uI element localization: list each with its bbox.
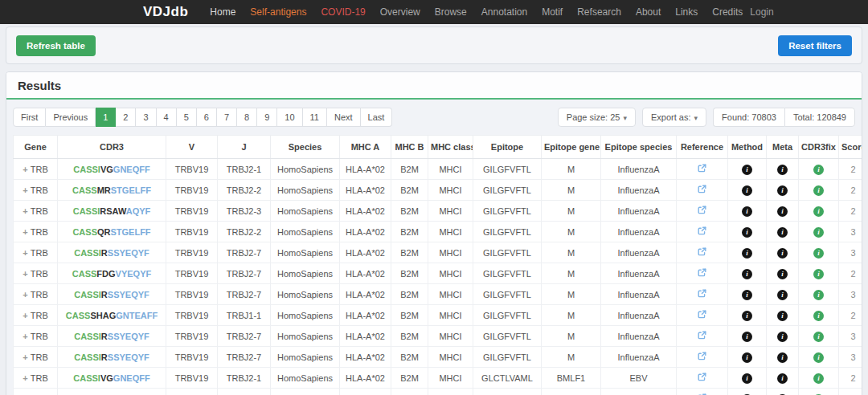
expand-row-icon[interactable]: + [23,206,27,216]
nav-item-home[interactable]: Home [203,0,243,24]
nav-item-about[interactable]: About [628,0,668,24]
table-row: +TRB CASSIRSSYEQYF TRBV19 TRBJ2-7 HomoSa… [14,326,863,347]
expand-row-icon[interactable]: + [23,248,27,258]
chevron-down-icon: ▾ [623,114,627,122]
page-button-2[interactable]: 2 [116,108,136,127]
cdr3fix-info-icon[interactable]: i [813,290,824,300]
page-button-5[interactable]: 5 [177,108,197,127]
cdr3fix-info-icon[interactable]: i [813,165,824,175]
cdr3fix-info-icon[interactable]: i [813,352,824,363]
cdr3fix-info-icon[interactable]: i [813,269,824,279]
refresh-table-button[interactable]: Refresh table [16,35,96,56]
expand-row-icon[interactable]: + [23,185,27,195]
mhc-a-cell: HLA-A*02 [340,326,391,347]
score-cell: 3 [839,242,863,263]
expand-row-icon[interactable]: + [23,373,27,383]
expand-row-icon[interactable]: + [23,165,27,174]
meta-info-icon[interactable]: i [777,290,788,300]
nav-item-browse[interactable]: Browse [428,0,474,24]
page-button-11[interactable]: 11 [303,108,327,127]
cdr3fix-info-icon[interactable]: i [813,185,824,196]
cdr3fix-info-icon[interactable]: i [813,373,824,384]
cdr3fix-info-icon[interactable]: i [813,248,824,259]
meta-info-icon[interactable]: i [777,269,788,279]
page-size-dropdown[interactable]: Page size: 25▾ [558,108,636,127]
meta-info-icon[interactable]: i [777,185,788,196]
cdr3fix-info-icon[interactable]: i [813,311,824,321]
external-link-icon[interactable] [697,372,707,384]
reset-filters-button[interactable]: Reset filters [778,35,852,56]
meta-info-icon[interactable]: i [777,311,788,321]
method-cell: i [728,263,767,284]
external-link-icon[interactable] [697,246,707,259]
method-info-icon[interactable]: i [742,165,752,175]
method-info-icon[interactable]: i [742,290,752,300]
page-button-first[interactable]: First [13,108,46,127]
page-button-9[interactable]: 9 [257,108,277,127]
external-link-icon[interactable] [697,330,707,342]
cdr3fix-info-icon[interactable]: i [813,206,824,217]
page-button-last[interactable]: Last [361,108,393,127]
meta-info-icon[interactable]: i [777,373,788,384]
page-button-7[interactable]: 7 [217,108,237,127]
external-link-icon[interactable] [697,205,707,217]
meta-cell: i [767,326,799,347]
method-info-icon[interactable]: i [742,332,752,342]
cdr3fix-info-icon[interactable]: i [813,332,824,342]
page-button-next[interactable]: Next [327,108,361,127]
page-button-4[interactable]: 4 [157,108,177,127]
meta-info-icon[interactable]: i [777,352,788,363]
export-dropdown[interactable]: Export as:▾ [642,108,706,127]
nav-item-refsearch[interactable]: Refsearch [570,0,628,24]
method-cell: i [728,305,767,326]
method-cell: i [728,347,767,368]
meta-info-icon[interactable]: i [777,165,788,175]
meta-info-icon[interactable]: i [777,206,788,217]
table-row: +TRB CASSIRSSYEQYF TRBV19 TRBJ2-7 HomoSa… [14,242,863,263]
external-link-icon[interactable] [697,309,707,321]
expand-row-icon[interactable]: + [23,332,27,341]
page-button-3[interactable]: 3 [136,108,156,127]
nav-item-credits[interactable]: Credits [705,0,750,24]
expand-row-icon[interactable]: + [23,311,27,320]
method-info-icon[interactable]: i [742,185,752,196]
external-link-icon[interactable] [697,267,707,279]
page-button-1[interactable]: 1 [96,108,116,127]
page-button-8[interactable]: 8 [237,108,257,127]
method-info-icon[interactable]: i [742,227,752,238]
page-button-6[interactable]: 6 [197,108,217,127]
meta-info-icon[interactable]: i [777,227,788,238]
gene-label: TRB [31,248,48,258]
nav-item-covid-19[interactable]: COVID-19 [313,0,372,24]
external-link-icon[interactable] [697,288,707,300]
external-link-icon[interactable] [697,351,707,363]
expand-row-icon[interactable]: + [23,269,27,279]
epitope-gene-cell: M [542,201,601,222]
method-info-icon[interactable]: i [742,352,752,363]
nav-item-motif[interactable]: Motif [534,0,570,24]
mhc-b-cell: B2M [391,201,428,222]
nav-item-annotation[interactable]: Annotation [474,0,534,24]
method-info-icon[interactable]: i [742,206,752,217]
external-link-icon[interactable] [697,163,707,175]
nav-item-overview[interactable]: Overview [373,0,428,24]
nav-item-links[interactable]: Links [668,0,705,24]
page-button-10[interactable]: 10 [277,108,302,127]
brand-logo[interactable]: VDJdb [143,4,188,20]
method-info-icon[interactable]: i [742,269,752,279]
nav-item-self-antigens[interactable]: Self-antigens [243,0,313,24]
external-link-icon[interactable] [697,226,707,238]
page-button-previous[interactable]: Previous [46,108,96,127]
expand-row-icon[interactable]: + [23,352,27,362]
meta-info-icon[interactable]: i [777,332,788,342]
table-row: +TRB CASSMRSTGELFF TRBV19 TRBJ2-2 HomoSa… [14,389,863,395]
method-info-icon[interactable]: i [742,311,752,321]
expand-row-icon[interactable]: + [23,290,27,299]
nav-item-login[interactable]: Login [750,6,773,18]
meta-info-icon[interactable]: i [777,248,788,259]
expand-row-icon[interactable]: + [23,227,27,237]
method-info-icon[interactable]: i [742,248,752,259]
method-info-icon[interactable]: i [742,373,752,384]
cdr3fix-info-icon[interactable]: i [813,227,824,238]
external-link-icon[interactable] [697,184,707,196]
